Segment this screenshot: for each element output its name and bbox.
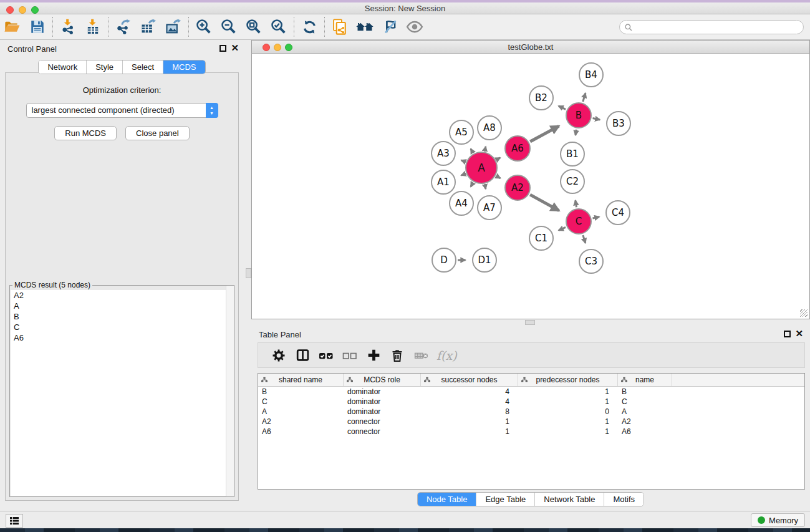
graph-edge-C-C4[interactable] [592, 217, 599, 218]
refresh-button[interactable] [297, 16, 322, 38]
graph-edge-C-C1[interactable] [559, 227, 566, 230]
table-row[interactable]: Cdominator41C [258, 397, 804, 407]
graph-node-C4[interactable]: C4 [605, 200, 630, 225]
graph-edge-A-A5[interactable] [471, 149, 473, 153]
mcds-result-scrollbar[interactable] [226, 286, 234, 496]
graph-node-A6[interactable]: A6 [504, 135, 531, 162]
graph-edge-A-A6[interactable] [497, 158, 500, 160]
show-columns-button[interactable] [291, 345, 314, 366]
graph-edge-A-A8[interactable] [485, 147, 486, 151]
graph-node-B[interactable]: B [566, 102, 592, 128]
column-header-MCDS-role[interactable]: MCDS role [344, 374, 421, 386]
graph-edge-A2-C[interactable] [530, 195, 559, 211]
graph-node-A4[interactable]: A4 [449, 191, 474, 216]
graph-edge-B-B1[interactable] [576, 130, 576, 135]
graph-edge-A6-B[interactable] [530, 126, 559, 142]
table-row[interactable]: A6connector11A6 [258, 427, 804, 437]
select-all-button[interactable] [314, 345, 338, 366]
memory-button[interactable]: Memory [751, 513, 805, 527]
tab-select[interactable]: Select [122, 60, 163, 74]
zoom-fit-button[interactable] [241, 16, 266, 38]
tab-motifs[interactable]: Motifs [604, 493, 644, 506]
mcds-result-item[interactable]: B [11, 311, 233, 322]
vertical-split-handle[interactable] [246, 268, 251, 278]
tab-mcds[interactable]: MCDS [163, 60, 205, 74]
table-row[interactable]: A2connector11A2 [258, 417, 804, 427]
graph-node-A5[interactable]: A5 [449, 120, 474, 145]
graph-node-B4[interactable]: B4 [579, 62, 604, 87]
column-header-predecessor-nodes[interactable]: predecessor nodes [518, 374, 618, 386]
run-mcds-button[interactable]: Run MCDS [54, 126, 117, 140]
close-panel-icon[interactable]: ✕ [795, 329, 803, 339]
network-canvas[interactable]: B4B2BB3A5A8A6A3B1AA1C2A2A4A7CC4C1C3DD1 [251, 54, 810, 319]
graph-node-C1[interactable]: C1 [529, 226, 554, 251]
column-header-shared-name[interactable]: shared name [258, 374, 344, 386]
graph-edge-C-C2[interactable] [576, 200, 577, 207]
graph-node-B1[interactable]: B1 [560, 142, 585, 167]
graph-edge-A-A4[interactable] [471, 183, 473, 186]
graph-node-B2[interactable]: B2 [529, 85, 554, 110]
delete-table-button[interactable] [409, 345, 433, 366]
graph-node-A1[interactable]: A1 [431, 170, 456, 195]
float-panel-icon[interactable] [784, 331, 791, 337]
graph-node-A2[interactable]: A2 [504, 175, 531, 201]
window-resize-grip[interactable] [800, 309, 808, 317]
criterion-select[interactable]: largest connected component (directed) ▲… [26, 103, 218, 118]
graph-node-A[interactable]: A [465, 152, 498, 184]
zoom-in-button[interactable] [191, 16, 216, 38]
graph-node-C2[interactable]: C2 [560, 169, 585, 194]
function-builder-button[interactable]: f(x) [436, 349, 457, 362]
table-settings-button[interactable] [267, 345, 291, 366]
graph-node-C3[interactable]: C3 [579, 249, 604, 274]
graph-node-A8[interactable]: A8 [477, 115, 502, 140]
column-header-successor-nodes[interactable]: successor nodes [421, 374, 518, 386]
mcds-result-item[interactable]: C [11, 322, 233, 332]
graph-edge-A-A3[interactable] [461, 160, 465, 162]
import-network-button[interactable] [55, 16, 80, 38]
home-button[interactable] [352, 16, 377, 38]
graph-node-C[interactable]: C [566, 208, 592, 235]
graph-node-A7[interactable]: A7 [477, 195, 502, 220]
graph-edge-A-A2[interactable] [497, 177, 501, 178]
graph-node-D1[interactable]: D1 [472, 248, 497, 273]
zoom-out-button[interactable] [216, 16, 241, 38]
mcds-result-item[interactable]: A6 [11, 332, 233, 343]
table-row[interactable]: Bdominator41B [258, 387, 804, 397]
graph-edge-A-A7[interactable] [485, 185, 486, 189]
graph-edge-B-B4[interactable] [583, 93, 586, 102]
close-panel-button[interactable]: Close panel [125, 126, 190, 140]
graph-node-D[interactable]: D [432, 248, 456, 273]
export-image-button[interactable] [161, 16, 186, 38]
search-input[interactable] [619, 20, 804, 34]
save-session-button[interactable] [25, 16, 50, 38]
tab-style[interactable]: Style [86, 60, 122, 74]
show-panel-button[interactable] [402, 16, 427, 38]
float-panel-icon[interactable] [219, 45, 226, 52]
tab-edge-table[interactable]: Edge Table [476, 493, 534, 506]
mcds-result-item[interactable]: A2 [11, 290, 233, 301]
table-row[interactable]: Adominator80A [258, 407, 804, 417]
graph-edge-A-A1[interactable] [461, 174, 465, 175]
graph-edge-B-B2[interactable] [559, 106, 566, 109]
task-history-button[interactable] [6, 514, 23, 528]
open-session-button[interactable] [0, 16, 25, 38]
hide-panel-button[interactable] [377, 16, 402, 38]
column-header-name[interactable]: name [618, 374, 672, 386]
graph-node-B3[interactable]: B3 [606, 111, 631, 136]
close-panel-icon[interactable]: ✕ [231, 43, 239, 53]
tab-network-table[interactable]: Network Table [534, 493, 604, 506]
graph-edge-B-B3[interactable] [593, 118, 600, 120]
horizontal-split-handle[interactable] [525, 320, 535, 325]
graph-edge-C-C3[interactable] [583, 235, 586, 243]
delete-column-button[interactable] [385, 345, 409, 366]
tab-network[interactable]: Network [39, 60, 86, 74]
import-table-button[interactable] [80, 16, 105, 38]
deselect-all-button[interactable] [338, 345, 362, 366]
export-table-button[interactable] [136, 16, 161, 38]
network-file-button[interactable] [327, 16, 352, 38]
mcds-result-item[interactable]: A [11, 301, 233, 311]
create-column-button[interactable] [362, 345, 385, 366]
graph-node-A3[interactable]: A3 [431, 141, 456, 166]
zoom-selected-button[interactable] [266, 16, 291, 38]
export-network-button[interactable] [111, 16, 136, 38]
